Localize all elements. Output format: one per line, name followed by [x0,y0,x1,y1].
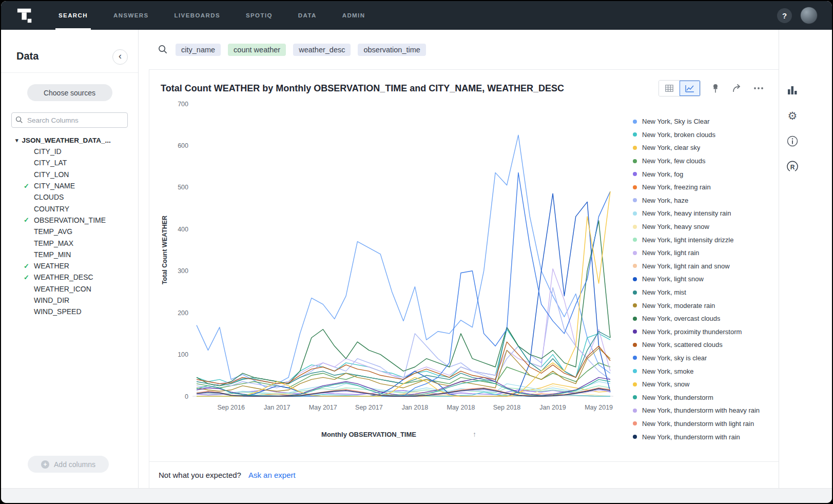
search-token[interactable]: weather_desc [293,44,351,56]
help-button[interactable]: ? [777,8,792,23]
legend-item[interactable]: New York, moderate rain [633,299,772,312]
info-button[interactable] [786,134,799,148]
legend-item[interactable]: New York, snow [633,378,772,391]
legend-item[interactable]: New York, proximity thunderstorm [633,325,772,339]
nav-right: ? [777,7,818,24]
legend-item[interactable]: New York, thunderstorm [633,391,772,404]
legend-label: New York, proximity thunderstorm [642,328,742,336]
legend-item[interactable]: New York, haze [633,194,772,207]
series-line[interactable] [197,135,610,387]
series-line[interactable] [197,386,610,394]
legend-item[interactable]: New York, broken clouds [633,128,772,142]
legend-dot [633,329,637,334]
legend-item[interactable]: New York, thunderstorm with heavy rain [633,404,772,417]
check-icon: ✓ [24,274,29,281]
r-analysis-button[interactable]: R [786,160,799,173]
x-tick-label: Sep 2016 [217,404,245,411]
legend-item[interactable]: New York, smoke [633,364,772,378]
legend-item[interactable]: New York, freezing rain [633,181,772,194]
nav-tab-answers[interactable]: ANSWERS [110,1,152,30]
legend-item[interactable]: New York, sky is clear [633,352,772,365]
legend-dot [633,277,637,281]
column-item-clouds[interactable]: CLOUDS [1,191,138,203]
settings-button[interactable]: ⚙ [786,109,799,122]
legend-item[interactable]: New York, heavy intensity rain [633,207,772,220]
column-item-temp_max[interactable]: TEMP_MAX [1,237,138,248]
legend-dot [633,185,637,189]
add-columns-button[interactable]: + Add columns [28,456,109,473]
series-line[interactable] [197,221,610,386]
series-line[interactable] [197,327,610,386]
nav-tab-spotiq[interactable]: SPOTIQ [243,1,276,30]
column-item-weather[interactable]: ✓WEATHER [1,260,138,272]
search-bar[interactable]: city_namecount weatherweather_descobserv… [149,30,779,69]
search-token[interactable]: observation_time [358,44,425,56]
column-item-city_lat[interactable]: CITY_LAT [1,157,138,168]
legend-item[interactable]: New York, clear sky [633,141,772,154]
column-item-country[interactable]: COUNTRY [1,203,138,214]
x-tick-label: Sep 2017 [355,404,383,411]
column-label: TEMP_AVG [34,227,72,236]
column-item-city_name[interactable]: ✓CITY_NAME [1,180,138,191]
legend-dot [633,146,637,150]
ask-an-expert-link[interactable]: Ask an expert [248,471,296,479]
y-tick-label: 600 [178,142,188,149]
legend-dot [633,251,637,255]
series-line[interactable] [197,191,610,396]
column-item-city_id[interactable]: CITY_ID [1,146,138,157]
thoughtspot-logo[interactable] [15,6,35,25]
legend-item[interactable]: New York, heavy snow [633,220,772,234]
column-item-wind_dir[interactable]: WIND_DIR [1,295,138,306]
legend-dot [633,303,637,307]
legend-dot [633,159,637,163]
legend-label: New York, light intensity drizzle [642,236,733,244]
legend-dot [633,172,637,176]
nav-tab-liveboards[interactable]: LIVEBOARDS [171,1,223,30]
chart-legend: New York, Sky is ClearNew York, broken c… [633,115,772,443]
rail-icons: ⚙ R [779,83,806,173]
x-tick-label: May 2017 [309,404,337,411]
legend-item[interactable]: New York, thunderstorm with light rain [633,417,772,431]
column-item-temp_min[interactable]: TEMP_MIN [1,249,138,260]
app-window: SEARCHANSWERSLIVEBOARDSSPOTIQDATAADMIN ?… [1,1,832,503]
search-token[interactable]: count weather [228,44,286,56]
nav-tab-admin[interactable]: ADMIN [339,1,369,30]
legend-label: New York, broken clouds [642,131,715,139]
legend-item[interactable]: New York, light rain [633,246,772,260]
legend-item[interactable]: New York, Sky is Clear [633,115,772,128]
legend-item[interactable]: New York, thunderstorm with rain [633,430,772,443]
column-label: COUNTRY [34,205,69,213]
nav-tabs: SEARCHANSWERSLIVEBOARDSSPOTIQDATAADMIN [55,1,388,30]
avatar[interactable] [800,7,818,24]
table-node[interactable]: ▾ JSON_WEATHER_DATA_... [1,135,138,146]
column-label: CLOUDS [34,193,64,201]
choose-sources-button[interactable]: Choose sources [27,84,112,101]
legend-item[interactable]: New York, fog [633,167,772,181]
legend-item[interactable]: New York, light rain and snow [633,260,772,273]
legend-item[interactable]: New York, few clouds [633,154,772,168]
column-item-wind_speed[interactable]: WIND_SPEED [1,306,138,317]
legend-dot [633,343,637,347]
column-item-temp_avg[interactable]: TEMP_AVG [1,226,138,237]
column-item-city_lon[interactable]: CITY_LON [1,169,138,180]
legend-item[interactable]: New York, light snow [633,273,772,286]
series-line[interactable] [197,172,610,396]
legend-item[interactable]: New York, overcast clouds [633,312,772,325]
change-visualization-button[interactable] [786,83,799,96]
series-line[interactable] [197,287,610,387]
collapse-sidebar-button[interactable]: ‹ [112,49,128,65]
legend-item[interactable]: New York, scattered clouds [633,338,772,352]
line-chart[interactable]: 0100200300400500600700Sep 2016Jan 2017Ma… [168,95,630,424]
nav-tab-data[interactable]: DATA [295,1,320,30]
column-item-observation_time[interactable]: ✓OBSERVATION_TIME [1,215,138,226]
svg-text:R: R [790,164,795,171]
legend-item[interactable]: New York, mist [633,286,772,299]
sort-ascending-icon[interactable]: ↑ [473,430,476,438]
bottom-scroll-area[interactable] [1,488,832,503]
search-token[interactable]: city_name [176,44,221,56]
legend-item[interactable]: New York, light intensity drizzle [633,233,772,246]
column-item-weather_desc[interactable]: ✓WEATHER_DESC [1,272,138,283]
nav-tab-search[interactable]: SEARCH [55,1,91,30]
search-columns-input[interactable] [11,112,128,128]
column-item-weather_icon[interactable]: WEATHER_ICON [1,283,138,295]
